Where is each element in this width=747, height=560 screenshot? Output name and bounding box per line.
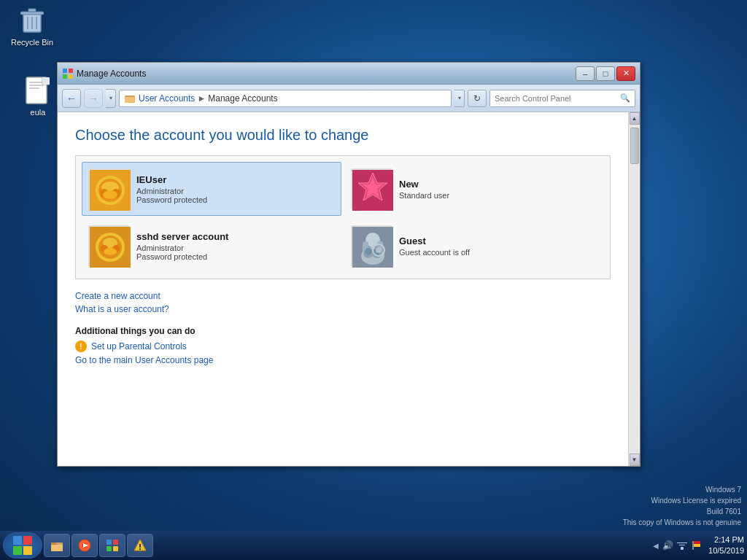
address-bar: ← → ▾ User Accounts ► Manage Accounts ▾ … — [58, 85, 640, 112]
what-is-link[interactable]: What is a user account? — [75, 304, 611, 314]
svg-rect-9 — [29, 88, 39, 89]
maximize-button[interactable]: □ — [596, 66, 615, 81]
tray-volume-icon[interactable]: 🔊 — [662, 540, 673, 551]
account-status-ieuser: Password protected — [136, 195, 207, 204]
eula-label: eula — [31, 108, 46, 117]
main-accounts-label[interactable]: Go to the main User Accounts page — [75, 355, 213, 365]
svg-rect-67 — [692, 541, 694, 550]
clock[interactable]: 2:14 PM 10/5/2019 — [708, 534, 744, 557]
breadcrumb-user-accounts[interactable]: User Accounts — [139, 93, 195, 104]
win-line2: Windows License is expired — [623, 495, 741, 506]
recycle-bin-icon[interactable]: Recycle Bin — [3, 3, 61, 50]
start-button[interactable] — [3, 532, 42, 559]
win-line4: This copy of Windows is not genuine — [623, 517, 741, 528]
links-section: Create a new account What is a user acco… — [75, 291, 611, 314]
explorer-button[interactable] — [44, 534, 70, 557]
create-account-link[interactable]: Create a new account — [75, 291, 611, 301]
svg-rect-48 — [13, 546, 22, 555]
back-button[interactable]: ← — [62, 89, 81, 108]
avatar-ieuser — [88, 168, 129, 209]
svg-rect-17 — [125, 97, 135, 103]
avatar-new — [351, 168, 392, 209]
windows-logo — [12, 534, 34, 556]
search-input[interactable] — [495, 94, 620, 103]
control-panel-button[interactable] — [99, 534, 125, 557]
account-role-ieuser: Administrator — [136, 187, 207, 195]
breadcrumb-separator: ► — [197, 93, 206, 104]
page-heading: Choose the account you would like to cha… — [75, 127, 611, 144]
svg-rect-62 — [681, 547, 684, 550]
eula-image — [23, 76, 53, 105]
account-item-new[interactable]: New Standard user — [344, 162, 604, 216]
parental-controls-label[interactable]: Set up Parental Controls — [91, 341, 187, 351]
avatar-sshd — [88, 225, 129, 266]
media-button[interactable] — [71, 534, 98, 557]
parental-controls-link[interactable]: ! Set up Parental Controls — [75, 341, 611, 352]
close-button[interactable]: ✕ — [616, 66, 635, 81]
svg-rect-14 — [63, 74, 67, 79]
desktop: Recycle Bin eula — [0, 0, 747, 560]
account-item-sshd[interactable]: sshd server account Administrator Passwo… — [82, 219, 341, 273]
accounts-grid: IEUser Administrator Password protected — [75, 155, 611, 279]
account-item-guest[interactable]: Guest Guest account is off — [344, 219, 604, 273]
account-name-new: New — [399, 179, 449, 190]
address-dropdown[interactable]: ▾ — [454, 90, 465, 107]
svg-point-42 — [365, 248, 372, 255]
recycle-bin-label: Recycle Bin — [11, 38, 53, 47]
svg-rect-61 — [139, 548, 141, 550]
minimize-button[interactable]: – — [576, 66, 595, 81]
control-panel-icon — [105, 538, 120, 553]
svg-rect-55 — [107, 540, 112, 545]
address-folder-icon — [124, 93, 136, 104]
scroll-thumb[interactable] — [630, 128, 639, 164]
tray-network-icon[interactable] — [676, 540, 688, 551]
avatar-guest — [351, 225, 392, 266]
svg-rect-49 — [23, 546, 32, 555]
tray-flag-icon[interactable] — [691, 540, 703, 551]
recycle-bin-image — [18, 6, 47, 35]
svg-rect-13 — [69, 69, 73, 73]
warning-button[interactable] — [127, 534, 153, 557]
scroll-up-button[interactable]: ▲ — [630, 112, 640, 125]
tray-expand[interactable]: ◀ — [653, 542, 659, 550]
main-content: Choose the account you would like to cha… — [58, 112, 628, 466]
svg-rect-47 — [23, 536, 32, 545]
svg-rect-58 — [113, 546, 118, 551]
account-name-sshd: sshd server account — [136, 231, 228, 242]
clock-date: 10/5/2019 — [708, 545, 744, 556]
svg-rect-8 — [29, 85, 44, 86]
title-bar-buttons: – □ ✕ — [576, 66, 635, 81]
refresh-button[interactable]: ↻ — [468, 90, 487, 107]
network-icon-svg — [676, 540, 688, 551]
svg-rect-63 — [679, 545, 685, 545]
scrollbar[interactable]: ▲ ▼ — [628, 112, 640, 466]
forward-button[interactable]: → — [84, 89, 103, 108]
media-icon — [77, 538, 92, 553]
account-role-guest: Guest account is off — [399, 248, 470, 257]
svg-rect-66 — [693, 541, 700, 544]
scroll-track[interactable] — [630, 125, 640, 454]
content-area: Choose the account you would like to cha… — [58, 112, 640, 466]
account-info-guest: Guest Guest account is off — [399, 236, 470, 257]
win-line1: Windows 7 — [623, 484, 741, 495]
svg-rect-15 — [69, 74, 73, 79]
svg-rect-51 — [51, 545, 63, 551]
account-role-new: Standard user — [399, 191, 449, 200]
search-icon: 🔍 — [620, 93, 630, 103]
svg-rect-11 — [42, 77, 50, 85]
nav-dropdown[interactable]: ▾ — [106, 89, 116, 108]
main-accounts-link[interactable]: Go to the main User Accounts page — [75, 355, 611, 365]
warning-icon — [133, 538, 147, 553]
system-tray: ◀ 🔊 — [653, 540, 707, 551]
scroll-down-button[interactable]: ▼ — [630, 454, 640, 466]
account-item-ieuser[interactable]: IEUser Administrator Password protected — [82, 162, 341, 216]
account-role-sshd: Administrator — [136, 244, 228, 252]
win-line3: Build 7601 — [623, 506, 741, 517]
title-bar: Manage Accounts – □ ✕ — [58, 63, 640, 85]
additional-section: Additional things you can do ! Set up Pa… — [75, 326, 611, 365]
manage-accounts-window: Manage Accounts – □ ✕ ← → ▾ User Account… — [57, 62, 640, 467]
title-bar-left: Manage Accounts — [62, 68, 146, 79]
search-box[interactable]: 🔍 — [489, 90, 635, 107]
parental-icon: ! — [75, 341, 87, 352]
address-path[interactable]: User Accounts ► Manage Accounts — [119, 90, 452, 107]
